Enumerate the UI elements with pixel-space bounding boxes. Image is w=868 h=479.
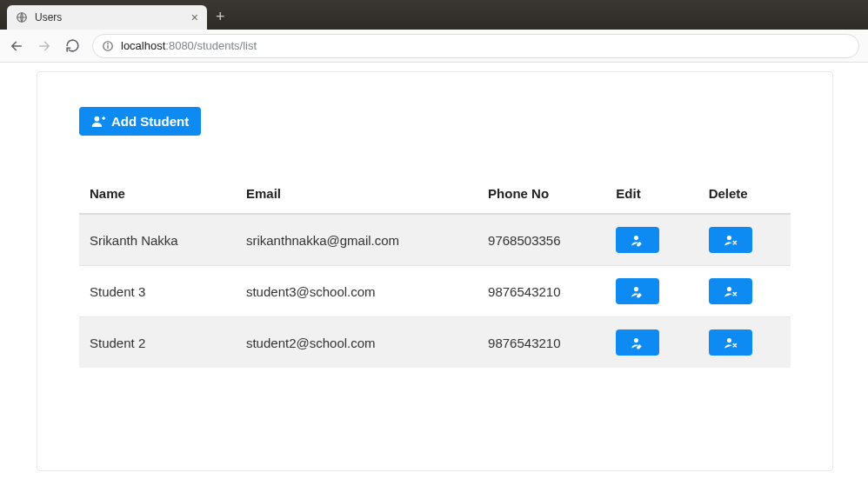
url-path: :8080/students/list — [165, 39, 257, 52]
cell-name: Student 3 — [79, 266, 236, 317]
cell-delete — [698, 317, 791, 369]
col-email: Email — [236, 174, 477, 214]
students-table: Name Email Phone No Edit Delete Srikanth… — [79, 174, 791, 368]
edit-button[interactable] — [616, 329, 659, 356]
cell-name: Student 2 — [79, 317, 236, 369]
add-student-button[interactable]: Add Student — [79, 107, 201, 136]
col-delete: Delete — [698, 174, 791, 214]
table-header-row: Name Email Phone No Edit Delete — [79, 174, 791, 214]
edit-button[interactable] — [616, 278, 659, 304]
col-phone: Phone No — [477, 174, 605, 214]
globe-icon — [16, 11, 28, 23]
delete-button[interactable] — [709, 227, 752, 253]
cell-delete — [698, 214, 791, 266]
user-delete-icon — [722, 336, 739, 349]
svg-point-4 — [95, 116, 100, 122]
cell-email: student3@school.com — [236, 266, 477, 317]
table-row: Student 2student2@school.com9876543210 — [79, 317, 791, 369]
cell-email: student2@school.com — [236, 317, 477, 369]
back-button[interactable] — [9, 38, 24, 54]
forward-button[interactable] — [37, 38, 52, 54]
user-delete-icon — [722, 233, 739, 247]
browser-tab[interactable]: Users × — [7, 5, 207, 30]
user-edit-icon — [629, 284, 646, 298]
browser-toolbar: localhost:8080/students/list — [0, 30, 868, 63]
user-edit-icon — [629, 336, 646, 349]
delete-button[interactable] — [709, 329, 752, 356]
cell-name: Srikanth Nakka — [79, 214, 236, 266]
close-icon[interactable]: × — [191, 10, 198, 24]
cell-delete — [698, 266, 791, 317]
delete-button[interactable] — [709, 278, 752, 304]
cell-edit — [605, 266, 698, 317]
add-student-label: Add Student — [111, 114, 189, 129]
info-icon — [102, 40, 114, 52]
user-delete-icon — [722, 284, 739, 298]
cell-edit — [605, 214, 698, 266]
url-host: localhost — [121, 39, 165, 52]
cell-email: srikanthnakka@gmail.com — [236, 214, 477, 266]
cell-phone: 9876543210 — [477, 317, 605, 369]
edit-button[interactable] — [616, 227, 659, 253]
browser-tab-strip: Users × + — [0, 0, 868, 30]
cell-phone: 9768503356 — [477, 214, 605, 266]
url-text: localhost:8080/students/list — [121, 39, 257, 52]
svg-point-3 — [108, 43, 109, 43]
address-bar[interactable]: localhost:8080/students/list — [92, 34, 859, 58]
col-edit: Edit — [605, 174, 698, 214]
user-plus-icon — [91, 114, 106, 129]
reload-button[interactable] — [64, 38, 80, 54]
user-edit-icon — [629, 233, 646, 247]
table-row: Srikanth Nakkasrikanthnakka@gmail.com976… — [79, 214, 791, 266]
table-row: Student 3student3@school.com9876543210 — [79, 266, 791, 317]
col-name: Name — [79, 174, 236, 214]
cell-phone: 9876543210 — [477, 266, 605, 317]
cell-edit — [605, 317, 698, 369]
new-tab-button[interactable]: + — [216, 8, 225, 26]
students-card: Add Student Name Email Phone No Edit Del… — [37, 71, 833, 471]
tab-title: Users — [35, 11, 184, 23]
